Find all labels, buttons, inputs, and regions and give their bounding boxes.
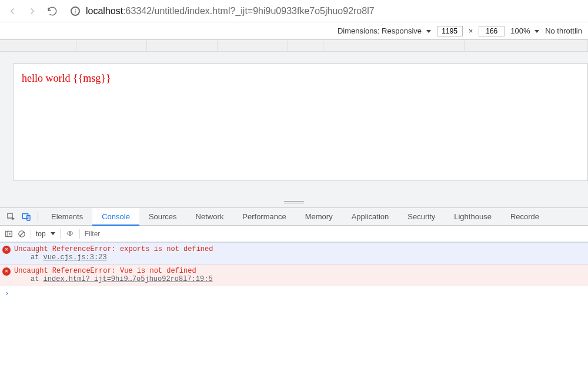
url-text: localhost:63342/untitled/index.html?_ijt… xyxy=(86,6,375,16)
device-toolbar: Dimensions: Responsive × 100% No throttl… xyxy=(0,22,588,40)
svg-rect-2 xyxy=(27,215,30,220)
url-host: localhost xyxy=(86,6,123,16)
prompt-caret-icon: › xyxy=(5,289,9,297)
execution-context-selector[interactable]: top xyxy=(36,230,55,238)
address-bar[interactable]: i localhost:63342/untitled/index.html?_i… xyxy=(66,3,582,19)
url-rest: :63342/untitled/index.html?_ijt=9hi9u093… xyxy=(123,6,374,16)
console-error-message[interactable]: ✕ Uncaught ReferenceError: Vue is not de… xyxy=(0,264,588,286)
tab-lighthouse[interactable]: Lighthouse xyxy=(445,208,501,225)
dimensions-dropdown[interactable]: Dimensions: Responsive xyxy=(338,26,431,35)
tab-elements[interactable]: Elements xyxy=(42,208,92,225)
devtools-resize-row[interactable] xyxy=(0,196,588,208)
viewport-width-input[interactable] xyxy=(437,26,463,36)
page-content-text: hello world {{msg}} xyxy=(22,72,579,85)
tab-recorder[interactable]: Recorde xyxy=(501,208,549,225)
clear-console-icon[interactable] xyxy=(18,230,26,238)
console-filter-input[interactable] xyxy=(85,230,583,238)
chevron-down-icon xyxy=(534,30,539,33)
console-error-message[interactable]: ✕ Uncaught ReferenceError: exports is no… xyxy=(0,242,588,264)
error-text: Uncaught ReferenceError: exports is not … xyxy=(14,245,213,253)
rendered-page: hello world {{msg}} xyxy=(13,63,588,181)
throttling-dropdown[interactable]: No throttlin xyxy=(545,26,582,35)
console-toolbar: top xyxy=(0,226,588,242)
tab-performance[interactable]: Performance xyxy=(233,208,295,225)
stack-trace: at vue.cjs.js:3:23 xyxy=(31,253,107,262)
tab-application[interactable]: Application xyxy=(342,208,399,225)
source-link[interactable]: vue.cjs.js:3:23 xyxy=(44,253,107,262)
ruler xyxy=(0,40,588,52)
chevron-down-icon xyxy=(51,232,55,235)
tab-sources[interactable]: Sources xyxy=(139,208,186,225)
inspect-element-icon[interactable] xyxy=(4,208,19,225)
drag-handle-icon xyxy=(284,201,304,203)
site-info-icon[interactable]: i xyxy=(71,6,80,16)
error-icon: ✕ xyxy=(2,246,11,254)
zoom-dropdown[interactable]: 100% xyxy=(510,26,539,35)
error-icon: ✕ xyxy=(2,267,11,276)
viewport-area: hello world {{msg}} xyxy=(0,52,588,196)
forward-button[interactable] xyxy=(26,5,39,18)
console-output: ✕ Uncaught ReferenceError: exports is no… xyxy=(0,242,588,300)
stack-trace: at index.html?_ijt=9hi9…7o5jhuo92ro8l7:1… xyxy=(31,275,213,283)
tab-console[interactable]: Console xyxy=(92,208,139,226)
dimensions-label: Dimensions: Responsive xyxy=(338,26,422,35)
svg-point-7 xyxy=(69,232,71,234)
back-button[interactable] xyxy=(6,5,19,18)
console-prompt[interactable]: › xyxy=(0,286,588,300)
toggle-console-sidebar-icon[interactable] xyxy=(5,230,13,238)
devtools-tabs: Elements Console Sources Network Perform… xyxy=(0,208,588,226)
chevron-down-icon xyxy=(426,30,431,33)
dimensions-separator: × xyxy=(469,26,473,35)
zoom-value: 100% xyxy=(510,26,530,35)
tab-security[interactable]: Security xyxy=(398,208,445,225)
error-text: Uncaught ReferenceError: Vue is not defi… xyxy=(14,267,196,275)
toggle-device-toolbar-icon[interactable] xyxy=(19,208,34,225)
throttling-value: No throttlin xyxy=(545,26,582,35)
reload-button[interactable] xyxy=(46,5,59,18)
viewport-height-input[interactable] xyxy=(479,26,505,36)
source-link[interactable]: index.html?_ijt=9hi9…7o5jhuo92ro8l7:19:5 xyxy=(44,275,213,283)
tab-network[interactable]: Network xyxy=(186,208,233,225)
svg-rect-3 xyxy=(6,231,12,236)
tab-memory[interactable]: Memory xyxy=(296,208,342,225)
browser-toolbar: i localhost:63342/untitled/index.html?_i… xyxy=(0,0,588,22)
execution-context-value: top xyxy=(36,230,46,238)
svg-line-6 xyxy=(20,232,24,236)
live-expression-icon[interactable] xyxy=(65,229,75,239)
